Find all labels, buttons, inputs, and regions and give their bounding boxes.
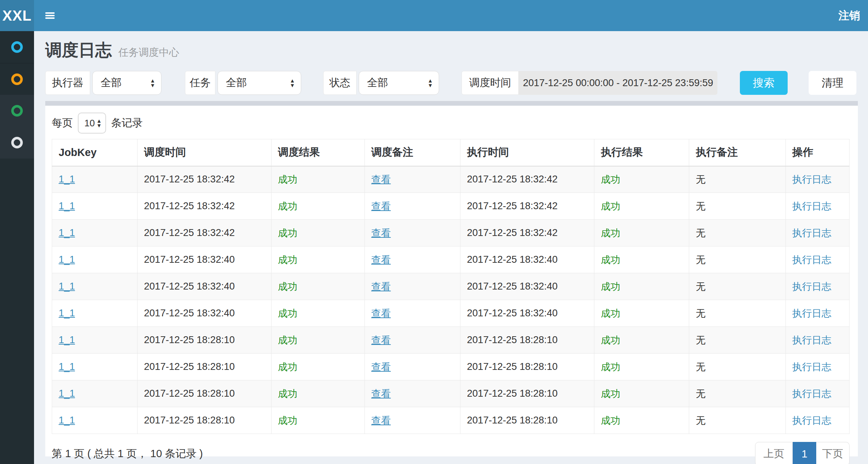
jobkey-link[interactable]: 1_1 (59, 415, 75, 426)
handle-time-cell: 2017-12-25 18:32:40 (460, 246, 594, 273)
jobkey-link[interactable]: 1_1 (59, 308, 75, 319)
trigger-msg-link-cell: 查看 (365, 220, 460, 246)
page-size-select[interactable]: 10 ▲▼ (78, 113, 106, 134)
handle-msg-cell: 无 (689, 327, 786, 354)
handle-msg-cell: 无 (689, 246, 786, 273)
page-size-suffix: 条记录 (111, 116, 143, 130)
trigger-msg-link-cell: 查看 (365, 327, 460, 354)
clear-button[interactable]: 清理 (809, 71, 856, 95)
trigger-time-cell: 2017-12-25 18:28:10 (137, 327, 271, 354)
jobkey-link[interactable]: 1_1 (59, 388, 75, 399)
current-page-button[interactable]: 1 (793, 442, 816, 464)
handle-result-cell: 成功 (594, 380, 689, 407)
trigger-msg-link[interactable]: 查看 (371, 308, 391, 319)
jobkey-link[interactable]: 1_1 (59, 201, 75, 211)
sidebar-item-2[interactable] (0, 63, 34, 95)
status-filter-label: 状态 (323, 71, 357, 95)
exec-log-link-cell: 执行日志 (785, 193, 849, 220)
exec-log-link[interactable]: 执行日志 (792, 281, 831, 292)
exec-log-link[interactable]: 执行日志 (792, 174, 831, 185)
app-logo[interactable]: XXL (0, 0, 34, 31)
handle-time-cell: 2017-12-25 18:28:10 (460, 380, 594, 407)
exec-log-link[interactable]: 执行日志 (792, 388, 831, 399)
trigger-time-filter-label: 调度时间 (462, 71, 519, 95)
jobkey-link[interactable]: 1_1 (59, 361, 75, 372)
exec-log-link[interactable]: 执行日志 (792, 308, 831, 319)
next-page-button[interactable]: 下页 (816, 442, 850, 464)
trigger-msg-link-cell: 查看 (365, 300, 460, 327)
sidebar-item-1[interactable] (0, 31, 34, 63)
search-button[interactable]: 搜索 (740, 71, 788, 95)
exec-log-link[interactable]: 执行日志 (792, 201, 831, 212)
handle-result-cell: 成功 (594, 354, 689, 380)
trigger-msg-link[interactable]: 查看 (371, 281, 391, 292)
jobkey-link[interactable]: 1_1 (59, 281, 75, 292)
handle-result-cell: 成功 (594, 273, 689, 300)
table-row: 1_12017-12-25 18:28:10成功查看2017-12-25 18:… (52, 327, 850, 354)
handle-result-cell: 成功 (594, 246, 689, 273)
trigger-msg-link[interactable]: 查看 (371, 388, 391, 399)
exec-log-link[interactable]: 执行日志 (792, 335, 831, 346)
table-row: 1_12017-12-25 18:28:10成功查看2017-12-25 18:… (52, 407, 850, 434)
logout-link[interactable]: 注销 (830, 0, 868, 31)
exec-log-link-cell: 执行日志 (785, 246, 849, 273)
exec-log-link[interactable]: 执行日志 (792, 362, 831, 372)
trigger-time-cell: 2017-12-25 18:32:42 (137, 220, 271, 246)
circle-outline-icon (11, 41, 23, 53)
trigger-time-cell: 2017-12-25 18:32:42 (137, 193, 271, 220)
executor-filter-value: 全部 (101, 76, 122, 90)
sidebar-toggle-button[interactable] (34, 0, 66, 31)
prev-page-button[interactable]: 上页 (755, 442, 793, 464)
table-row: 1_12017-12-25 18:28:10成功查看2017-12-25 18:… (52, 354, 850, 380)
status-filter-value: 全部 (367, 76, 388, 90)
exec-log-link[interactable]: 执行日志 (792, 254, 831, 265)
trigger-msg-link[interactable]: 查看 (371, 174, 391, 185)
exec-log-link-cell: 执行日志 (785, 273, 849, 300)
trigger-time-cell: 2017-12-25 18:32:40 (137, 246, 271, 273)
status-filter-select[interactable]: 全部 ▲▼ (359, 71, 439, 95)
trigger-time-range-input[interactable] (519, 71, 717, 95)
handle-msg-cell: 无 (689, 166, 786, 193)
trigger-result-cell: 成功 (271, 327, 365, 354)
trigger-msg-link[interactable]: 查看 (371, 415, 391, 426)
handle-time-cell: 2017-12-25 18:32:42 (460, 220, 594, 246)
jobkey-link[interactable]: 1_1 (59, 174, 75, 185)
sidebar-menu (0, 31, 34, 464)
trigger-msg-link-cell: 查看 (365, 380, 460, 407)
column-header-2: 调度时间 (137, 139, 271, 166)
jobkey-link[interactable]: 1_1 (59, 254, 75, 265)
handle-msg-cell: 无 (689, 273, 786, 300)
column-header-7: 执行备注 (689, 139, 786, 166)
executor-filter-select[interactable]: 全部 ▲▼ (92, 71, 161, 95)
exec-log-link-cell: 执行日志 (785, 166, 849, 193)
sidebar-item-3[interactable] (0, 95, 34, 127)
top-navbar: XXL 注销 (0, 0, 868, 31)
log-box: 每页 10 ▲▼ 条记录 JobKey调度时间调度结果调度备注执行时间执行结果执… (45, 101, 858, 456)
jobkey-link-cell: 1_1 (52, 354, 138, 380)
trigger-msg-link[interactable]: 查看 (371, 201, 391, 212)
jobkey-link[interactable]: 1_1 (59, 227, 75, 238)
trigger-msg-link[interactable]: 查看 (371, 335, 391, 346)
circle-outline-icon (11, 137, 23, 148)
table-row: 1_12017-12-25 18:32:42成功查看2017-12-25 18:… (52, 220, 850, 246)
trigger-time-cell: 2017-12-25 18:32:40 (137, 273, 271, 300)
trigger-result-cell: 成功 (271, 193, 365, 220)
trigger-msg-link[interactable]: 查看 (371, 254, 391, 265)
jobkey-link-cell: 1_1 (52, 273, 138, 300)
exec-log-link[interactable]: 执行日志 (792, 228, 831, 239)
table-row: 1_12017-12-25 18:32:40成功查看2017-12-25 18:… (52, 246, 850, 273)
handle-result-cell: 成功 (594, 300, 689, 327)
jobkey-link[interactable]: 1_1 (59, 334, 75, 345)
trigger-msg-link[interactable]: 查看 (371, 362, 391, 372)
job-filter-select[interactable]: 全部 ▲▼ (218, 71, 301, 95)
trigger-time-cell: 2017-12-25 18:28:10 (137, 380, 271, 407)
exec-log-link-cell: 执行日志 (785, 220, 849, 246)
sidebar-item-4[interactable] (0, 127, 34, 159)
trigger-msg-link[interactable]: 查看 (371, 228, 391, 239)
trigger-result-cell: 成功 (271, 407, 365, 434)
trigger-msg-link-cell: 查看 (365, 193, 460, 220)
handle-msg-cell: 无 (689, 407, 786, 434)
exec-log-link[interactable]: 执行日志 (792, 415, 831, 426)
table-row: 1_12017-12-25 18:32:42成功查看2017-12-25 18:… (52, 166, 850, 193)
jobkey-link-cell: 1_1 (52, 193, 138, 220)
